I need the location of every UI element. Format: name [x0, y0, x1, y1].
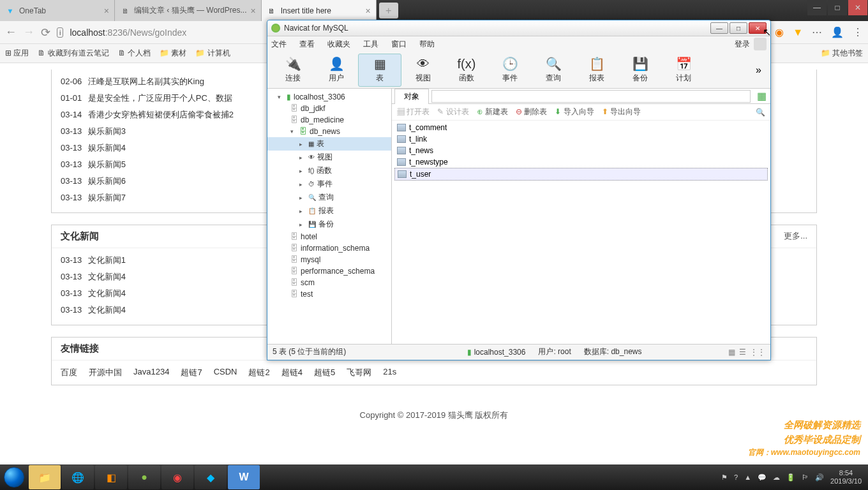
- browser-tab-0[interactable]: ▼ OneTab ×: [0, 0, 115, 21]
- open-table-button[interactable]: ▦ 打开表: [397, 107, 430, 117]
- tree-node-查询[interactable]: ▸🔍 查询: [267, 191, 391, 204]
- navicat-titlebar[interactable]: Navicat for MySQL — □ ✕: [267, 20, 770, 36]
- tray-chevron-icon[interactable]: ▲: [744, 473, 751, 481]
- tray-volume-icon[interactable]: 🔊: [815, 473, 824, 482]
- tree-node-函数[interactable]: ▸f() 函数: [267, 164, 391, 177]
- toolbar-用户[interactable]: 👤用户: [315, 54, 358, 87]
- menu-window[interactable]: 窗口: [391, 39, 407, 50]
- toolbar-查询[interactable]: 🔍查询: [532, 54, 575, 87]
- friend-link[interactable]: CSDN: [214, 367, 237, 378]
- login-link[interactable]: 登录: [735, 39, 750, 50]
- design-table-button[interactable]: ✎ 设计表: [437, 107, 468, 117]
- task-explorer[interactable]: 📁: [29, 465, 61, 489]
- tray-clock[interactable]: 8:54 2019/3/10: [830, 469, 862, 486]
- task-navicat[interactable]: ●: [128, 465, 160, 489]
- friend-link[interactable]: 超链4: [281, 367, 303, 378]
- apps-button[interactable]: ⊞ 应用: [5, 48, 29, 59]
- tray-icon[interactable]: ☁: [773, 473, 780, 482]
- tree-node-备份[interactable]: ▸💾 备份: [267, 218, 391, 231]
- view-grid-icon[interactable]: ▦: [728, 348, 735, 357]
- tab-close-icon[interactable]: ×: [104, 6, 109, 16]
- browser-minimize-button[interactable]: —: [807, 0, 827, 15]
- minimize-button[interactable]: —: [710, 22, 728, 34]
- table-item[interactable]: t_link: [394, 133, 768, 145]
- start-button[interactable]: [0, 464, 28, 490]
- tree-node-事件[interactable]: ▸⏱ 事件: [267, 177, 391, 191]
- tree-connection[interactable]: ▾▮ localhost_3306: [267, 91, 391, 103]
- new-table-button[interactable]: ⊕ 新建表: [477, 107, 508, 117]
- delete-table-button[interactable]: ⊖ 删除表: [516, 107, 547, 117]
- url-bar[interactable]: localhost:8236/News/goIndex: [70, 27, 186, 38]
- friend-link[interactable]: 百度: [61, 367, 77, 378]
- tree-node-报表[interactable]: ▸📋 报表: [267, 204, 391, 218]
- friend-link[interactable]: 飞哥网: [347, 367, 371, 378]
- toolbar-函数[interactable]: f(x)函数: [445, 54, 488, 87]
- tray-icon[interactable]: ?: [734, 473, 738, 481]
- task-word[interactable]: W: [228, 465, 260, 489]
- toolbar-overflow-icon[interactable]: »: [751, 64, 767, 76]
- ext-icon[interactable]: ◉: [775, 26, 784, 38]
- bookmark-folder[interactable]: 📁 其他书签: [821, 48, 863, 59]
- menu-tools[interactable]: 工具: [363, 39, 378, 50]
- toolbar-视图[interactable]: 👁视图: [401, 54, 445, 87]
- export-wizard-button[interactable]: ⬆ 导出向导: [602, 107, 641, 117]
- tree-database[interactable]: 🗄 hotel: [267, 231, 391, 242]
- more-link[interactable]: 更多...: [784, 230, 807, 242]
- tree-database[interactable]: 🗄 information_schema: [267, 242, 391, 254]
- menu-icon[interactable]: ⋮: [853, 26, 863, 38]
- toolbar-连接[interactable]: 🔌连接: [271, 54, 315, 87]
- ext-icon[interactable]: ⋯: [812, 26, 822, 38]
- browser-close-button[interactable]: ✕: [848, 0, 867, 15]
- tree-database[interactable]: 🗄 test: [267, 288, 391, 300]
- menu-help[interactable]: 帮助: [419, 39, 435, 50]
- menu-view[interactable]: 查看: [299, 39, 315, 50]
- import-wizard-button[interactable]: ⬇ 导入向导: [555, 107, 594, 117]
- tree-node-表[interactable]: ▸▦ 表: [267, 137, 391, 151]
- bookmark-folder[interactable]: 📁 计算机: [195, 48, 230, 59]
- table-item[interactable]: t_newstype: [394, 156, 768, 168]
- tray-icon[interactable]: ⚑: [721, 473, 728, 482]
- tray-icon[interactable]: 💬: [758, 473, 767, 482]
- add-icon[interactable]: ▦: [753, 90, 770, 102]
- toolbar-计划[interactable]: 📅计划: [662, 54, 705, 87]
- tree-database-open[interactable]: ▾🗄 db_news: [267, 126, 391, 137]
- tab-close-icon[interactable]: ×: [365, 6, 370, 16]
- browser-tab-2[interactable]: 🗎 Insert title here ×: [262, 0, 377, 21]
- browser-maximize-button[interactable]: □: [828, 0, 847, 15]
- friend-link[interactable]: Java1234: [133, 367, 169, 378]
- task-app[interactable]: ◆: [195, 465, 227, 489]
- browser-tab-1[interactable]: 🗎 编辑文章 ‹ 猫头鹰 — WordPres... ×: [115, 0, 262, 21]
- task-record[interactable]: ◉: [161, 465, 193, 489]
- tree-database[interactable]: 🗄 mysql: [267, 254, 391, 265]
- bookmark-item[interactable]: 🗎 个人档: [118, 48, 151, 59]
- site-info-icon[interactable]: i: [57, 27, 63, 38]
- task-ide[interactable]: ◧: [95, 465, 127, 489]
- object-tab[interactable]: 对象: [394, 89, 429, 104]
- bookmark-item[interactable]: 🗎 收藏到有道云笔记: [38, 48, 108, 59]
- toolbar-表[interactable]: ▦表: [358, 54, 401, 87]
- friend-link[interactable]: 开源中国: [89, 367, 122, 378]
- toolbar-事件[interactable]: 🕒事件: [488, 54, 532, 87]
- reload-button[interactable]: ⟳: [41, 26, 50, 40]
- friend-link[interactable]: 超链7: [181, 367, 202, 378]
- back-button[interactable]: ←: [5, 26, 17, 39]
- search-icon[interactable]: 🔍: [756, 108, 765, 117]
- avatar-icon[interactable]: [754, 38, 767, 50]
- tree-database[interactable]: 🗄 db_jdkf: [267, 103, 391, 114]
- tab-close-icon[interactable]: ×: [250, 6, 255, 16]
- system-tray[interactable]: ⚑ ? ▲ 💬 ☁ 🔋 🏳 🔊 8:54 2019/3/10: [715, 469, 868, 486]
- menu-favorites[interactable]: 收藏夹: [327, 39, 350, 50]
- bookmark-folder[interactable]: 📁 素材: [160, 48, 186, 59]
- task-chrome[interactable]: 🌐: [62, 465, 94, 489]
- close-button[interactable]: ✕: [749, 22, 767, 34]
- tray-icon[interactable]: 🏳: [802, 473, 809, 481]
- table-item[interactable]: t_comment: [394, 122, 768, 133]
- view-list-icon[interactable]: ☰: [739, 348, 746, 357]
- table-item[interactable]: t_news: [394, 145, 768, 156]
- tree-database[interactable]: 🗄 scm: [267, 277, 391, 288]
- view-detail-icon[interactable]: ⋮⋮: [750, 348, 765, 357]
- friend-link[interactable]: 21s: [383, 367, 396, 378]
- toolbar-备份[interactable]: 💾备份: [618, 54, 662, 87]
- new-tab-button[interactable]: +: [379, 3, 398, 19]
- tree-node-视图[interactable]: ▸👁 视图: [267, 151, 391, 164]
